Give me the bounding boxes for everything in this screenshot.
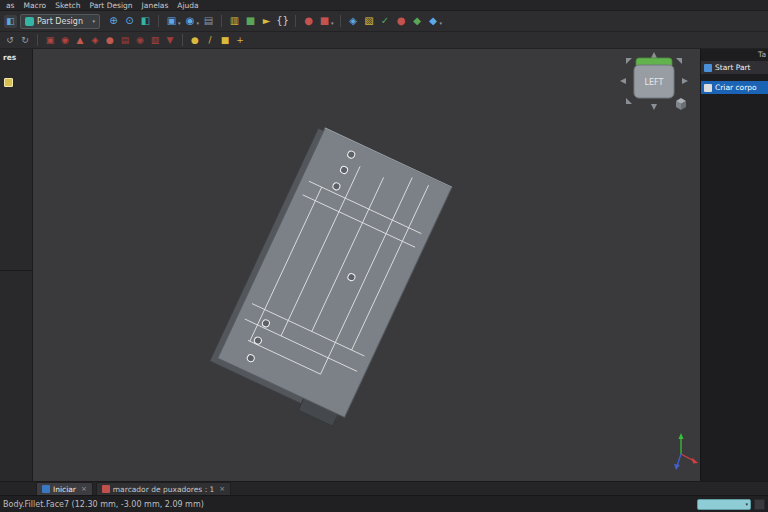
addon-icon[interactable]: ◆ [410, 14, 425, 29]
tasks-section-title: Start Part [715, 63, 751, 72]
redo-icon[interactable]: ↻ [18, 33, 32, 47]
validate-sketch-icon[interactable]: ✓ [378, 14, 393, 29]
toolbar-separator [37, 34, 38, 46]
toolbar-separator [221, 15, 222, 27]
tasks-panel: Ta Start Part Criar corpo [700, 49, 768, 481]
menu-macro[interactable]: Macro [24, 1, 47, 10]
tab-document-label: marcador de puxadores : 1 [113, 485, 215, 494]
menu-ajuda[interactable]: Ajuda [177, 1, 198, 10]
menu-bar: asMacroSketchPart DesignJanelasAjuda [0, 0, 768, 11]
toolbar-main: ◧ Part Design ▾ ⊕⊙◧▣▾◉▾▤▥■►{}●■▾◈▧✓●◆◆▾ [0, 11, 768, 32]
part-3d [207, 125, 452, 429]
dropdown-caret-icon[interactable]: ▾ [331, 20, 334, 26]
chevron-down-icon: ▾ [745, 501, 748, 507]
status-message: Body.Fillet.Face7 (12.30 mm, -3.00 mm, 2… [3, 500, 204, 509]
tab-start-page[interactable]: Iniciar × [36, 482, 93, 495]
tree-panel-header: res [0, 49, 32, 64]
navigation-style-selector[interactable]: ▾ [697, 499, 751, 510]
draw-style-icon[interactable]: ◉ [183, 14, 198, 29]
expression-icon[interactable]: {} [275, 14, 290, 29]
fit-all-icon[interactable]: ⊕ [106, 14, 121, 29]
nav-cube-face-label[interactable]: LEFT [645, 78, 664, 87]
panel-divider [0, 270, 32, 271]
tree-panel: res [0, 49, 33, 481]
workbench-selector[interactable]: Part Design ▾ [20, 14, 100, 29]
resize-grip[interactable] [754, 499, 765, 510]
main-content: res [0, 49, 768, 481]
toolbar-separator [295, 15, 296, 27]
menu-part-design[interactable]: Part Design [90, 1, 133, 10]
export-icon[interactable]: ► [259, 14, 274, 29]
start-page-icon [42, 485, 50, 493]
datum-line-icon[interactable]: / [203, 33, 217, 47]
datum-point-icon[interactable]: ● [188, 33, 202, 47]
toolbar-separator [182, 34, 183, 46]
tree-item[interactable] [0, 64, 32, 89]
viewport-canvas[interactable]: LEFT [33, 49, 700, 481]
box-selection-icon[interactable]: ▣ [164, 14, 179, 29]
tasks-tab-label[interactable]: Ta [701, 49, 768, 61]
selection-view-icon[interactable]: ▤ [201, 14, 216, 29]
dropdown-caret-icon[interactable]: ▾ [178, 20, 181, 26]
edit-sketch-icon[interactable]: ▧ [362, 14, 377, 29]
new-sketch-icon[interactable]: ◈ [346, 14, 361, 29]
viewport-3d[interactable]: LEFT [33, 49, 700, 481]
tasks-section-header[interactable]: Start Part [701, 61, 768, 74]
app-root: asMacroSketchPart DesignJanelasAjuda ◧ P… [0, 0, 768, 512]
navigation-cube: LEFT [620, 52, 688, 110]
part-icon [704, 64, 712, 72]
measure-icon[interactable]: ▥ [227, 14, 242, 29]
pad-icon[interactable]: ▣ [43, 33, 57, 47]
subtractive-loft-icon[interactable]: ▼ [163, 33, 177, 47]
abort-operation-icon[interactable]: ● [394, 14, 409, 29]
partdesign-workbench-icon [25, 17, 34, 26]
isometric-view-icon[interactable]: ◧ [138, 14, 153, 29]
close-icon[interactable]: × [81, 485, 87, 493]
menu-sketch[interactable]: Sketch [55, 1, 80, 10]
more-tools-icon[interactable]: ◆ [426, 14, 441, 29]
workbench-icon[interactable]: ◧ [4, 15, 17, 28]
toolbar-partdesign: ↺↻▣◉▲◈●▤◉▥▼●/■+ [0, 32, 768, 49]
part-box-icon[interactable]: ■ [243, 14, 258, 29]
status-bar: Body.Fillet.Face7 (12.30 mm, -3.00 mm, 2… [0, 495, 768, 512]
task-item-create-body[interactable]: Criar corpo [701, 81, 768, 94]
dropdown-caret-icon[interactable]: ▾ [197, 20, 200, 26]
document-icon [4, 78, 13, 87]
document-file-icon [102, 485, 110, 493]
tab-document-marcador[interactable]: marcador de puxadores : 1 × [96, 482, 231, 495]
tab-start-label: Iniciar [53, 485, 76, 494]
macro-record-icon[interactable]: ● [301, 14, 316, 29]
toolbar-separator [158, 15, 159, 27]
view-toolbar-icons: ⊕⊙◧▣▾◉▾▤▥■►{}●■▾◈▧✓●◆◆▾ [106, 14, 443, 29]
menu-janelas[interactable]: Janelas [142, 1, 169, 10]
partdesign-toolbar-icons: ↺↻▣◉▲◈●▤◉▥▼●/■+ [3, 33, 247, 47]
mini-cube-icon [676, 98, 686, 110]
datum-plane-icon[interactable]: ■ [218, 33, 232, 47]
pocket-icon[interactable]: ▤ [118, 33, 132, 47]
revolution-icon[interactable]: ◉ [58, 33, 72, 47]
dropdown-caret-icon[interactable]: ▾ [440, 20, 443, 26]
hole-icon[interactable]: ◉ [133, 33, 147, 47]
task-item-label: Criar corpo [715, 83, 757, 92]
body-icon [704, 84, 712, 92]
additive-pipe-icon[interactable]: ◈ [88, 33, 102, 47]
workbench-selector-value: Part Design [37, 17, 83, 26]
menu-as[interactable]: as [6, 1, 15, 10]
additive-loft-icon[interactable]: ▲ [73, 33, 87, 47]
zoom-selection-icon[interactable]: ⊙ [122, 14, 137, 29]
document-tabbar: Iniciar × marcador de puxadores : 1 × [0, 481, 768, 495]
groove-icon[interactable]: ▥ [148, 33, 162, 47]
close-icon[interactable]: × [219, 485, 225, 493]
chevron-down-icon: ▾ [92, 18, 95, 24]
axes-indicator [674, 433, 698, 470]
statusbar-right: ▾ [697, 499, 765, 510]
toolbar-separator [340, 15, 341, 27]
helix-icon[interactable]: ● [103, 33, 117, 47]
undo-icon[interactable]: ↺ [3, 33, 17, 47]
macro-stop-icon[interactable]: ■ [317, 14, 332, 29]
local-cs-icon[interactable]: + [233, 33, 247, 47]
